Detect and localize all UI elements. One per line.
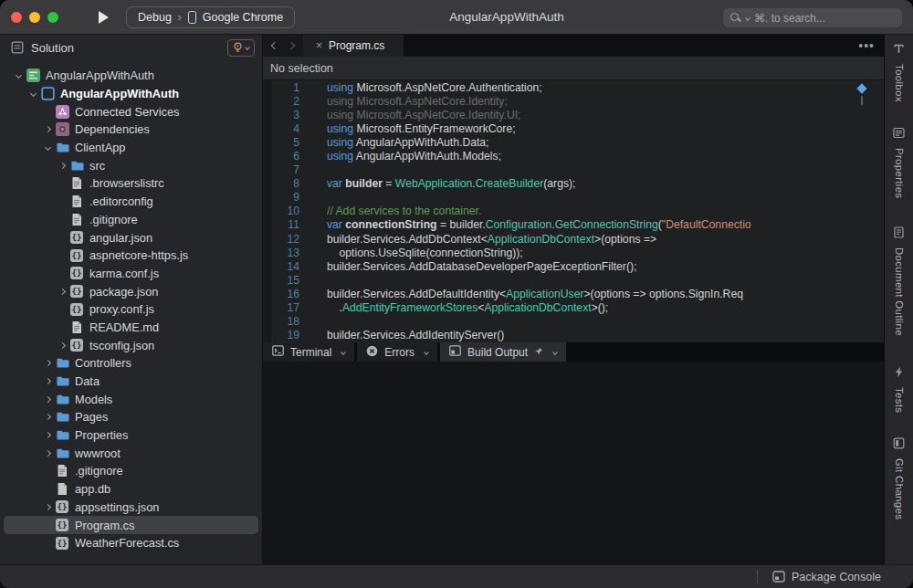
tree-item-models[interactable]: Models bbox=[4, 390, 258, 408]
expand-chevron-icon[interactable] bbox=[55, 163, 69, 168]
pin-icon[interactable] bbox=[534, 346, 543, 359]
tree-item-aspnetcore-https-js[interactable]: {}aspnetcore-https.js bbox=[4, 247, 258, 265]
tree-item--browserslistrc[interactable]: .browserslistrc bbox=[4, 174, 258, 193]
code-line[interactable]: 16builder.Services.AddDefaultIdentity<Ap… bbox=[263, 287, 884, 300]
tree-item-proxy-conf-js[interactable]: {}proxy.conf.js bbox=[4, 300, 258, 319]
code-line[interactable]: 9 bbox=[263, 191, 884, 205]
code-line[interactable]: 7 bbox=[263, 163, 884, 177]
tab-program-cs[interactable]: × Program.cs bbox=[303, 35, 404, 57]
tree-item-src[interactable]: src bbox=[4, 156, 258, 174]
quick-fix-lightbulb-button[interactable] bbox=[227, 39, 255, 57]
expand-chevron-icon[interactable] bbox=[40, 397, 55, 402]
expand-chevron-icon[interactable] bbox=[40, 379, 55, 383]
expand-chevron-icon[interactable] bbox=[40, 505, 55, 509]
tree-item-appsettings-json[interactable]: {}appsettings.json bbox=[4, 499, 258, 517]
code-line[interactable]: 8var builder = WebApplication.CreateBuil… bbox=[263, 177, 884, 191]
chevron-right-icon bbox=[44, 396, 50, 403]
tree-item-angularappwithauth[interactable]: AngularAppWithAuth bbox=[4, 67, 258, 85]
navigate-back-icon[interactable] bbox=[271, 42, 278, 49]
expand-chevron-icon[interactable] bbox=[26, 91, 40, 96]
expand-chevron-icon[interactable] bbox=[40, 361, 55, 365]
code-line[interactable]: 19builder.Services.AddIdentityServer() bbox=[263, 329, 884, 342]
package-console-button[interactable]: Package Console bbox=[772, 571, 881, 583]
tree-item-program-cs[interactable]: {}Program.cs bbox=[4, 516, 258, 534]
code-line[interactable]: 17 .AddEntityFrameworkStores<Application… bbox=[263, 301, 884, 315]
tree-item-weatherforecast-cs[interactable]: {}WeatherForecast.cs bbox=[4, 534, 258, 552]
code-line[interactable]: 6using AngularAppWithAuth.Models; bbox=[263, 149, 884, 163]
panel-tab-errors[interactable]: Errors bbox=[357, 342, 437, 362]
build-output-panel[interactable] bbox=[263, 362, 884, 564]
code-token: ApplicationDbContext bbox=[484, 301, 591, 314]
tab-overflow-menu[interactable]: ••• bbox=[858, 35, 875, 57]
rail-item-document-outline[interactable]: Document Outline bbox=[893, 226, 905, 336]
code-line[interactable]: 2using Microsoft.AspNetCore.Identity; bbox=[263, 94, 884, 108]
panel-tab-build-output[interactable]: Build Output bbox=[440, 342, 566, 362]
tree-item-connected-services[interactable]: Connected Services bbox=[4, 102, 258, 121]
tree-item-dependencies[interactable]: Dependencies bbox=[4, 121, 258, 139]
rail-item-properties[interactable]: Properties bbox=[893, 126, 905, 198]
tree-item--editorconfig[interactable]: .editorconfig bbox=[4, 193, 258, 211]
tree-item-controllers[interactable]: Controllers bbox=[4, 354, 258, 373]
minimize-window-button[interactable] bbox=[29, 12, 40, 23]
code-line[interactable]: 18 bbox=[263, 315, 884, 329]
tree-item-clientapp[interactable]: ClientApp bbox=[4, 139, 258, 157]
panel-tab-terminal[interactable]: Terminal bbox=[263, 342, 354, 362]
run-configuration-selector[interactable]: Debug › Google Chrome bbox=[126, 6, 295, 28]
expand-chevron-icon[interactable] bbox=[40, 433, 55, 437]
tree-item-app-db[interactable]: app.db bbox=[4, 480, 258, 499]
code-token: builder.Services.AddDefaultIdentity< bbox=[327, 288, 506, 300]
tree-item-package-json[interactable]: {}package.json bbox=[4, 282, 258, 300]
tree-item-angular-json[interactable]: {}angular.json bbox=[4, 228, 258, 247]
toolbox-icon bbox=[893, 42, 905, 58]
rail-item-label: Tests bbox=[894, 387, 905, 413]
rail-item-git-changes[interactable]: Git Changes bbox=[893, 436, 905, 520]
close-tab-icon[interactable]: × bbox=[316, 39, 322, 52]
rail-item-toolbox[interactable]: Toolbox bbox=[893, 42, 905, 102]
code-line[interactable]: 14builder.Services.AddDatabaseDeveloperP… bbox=[263, 259, 884, 273]
tree-item-tsconfig-json[interactable]: {}tsconfig.json bbox=[4, 336, 258, 354]
tree-item-angularappwithauth[interactable]: AngularAppWithAuth bbox=[4, 85, 258, 103]
code-line[interactable]: 11var connectionString = builder.Configu… bbox=[263, 218, 884, 232]
code-token: builder.Services.AddDbContext< bbox=[327, 233, 488, 246]
expand-chevron-icon[interactable] bbox=[55, 343, 69, 348]
zoom-window-button[interactable] bbox=[47, 12, 58, 23]
braces-icon: {} bbox=[69, 302, 84, 317]
tree-item-readme-md[interactable]: README.md bbox=[4, 319, 258, 337]
expand-chevron-icon[interactable] bbox=[55, 289, 69, 294]
run-button[interactable] bbox=[93, 7, 113, 27]
close-window-button[interactable] bbox=[11, 12, 22, 23]
code-line[interactable]: 13 options.UseSqlite(connectionString)); bbox=[263, 246, 884, 259]
search-input[interactable]: ⌘. to search... bbox=[723, 8, 902, 27]
navigate-forward-icon[interactable] bbox=[288, 42, 295, 49]
tab-title: Program.cs bbox=[329, 39, 384, 52]
chevron-down-icon[interactable] bbox=[552, 350, 558, 355]
code-line[interactable]: 5using AngularAppWithAuth.Data; bbox=[263, 135, 884, 149]
tree-item-karma-conf-js[interactable]: {}karma.conf.js bbox=[4, 265, 258, 283]
code-line[interactable]: 3using Microsoft.AspNetCore.Identity.UI; bbox=[263, 108, 884, 121]
code-line[interactable]: 4using Microsoft.EntityFrameworkCore; bbox=[263, 121, 884, 135]
tree-item-properties[interactable]: Properties bbox=[4, 426, 258, 445]
expand-chevron-icon[interactable] bbox=[40, 127, 55, 131]
tree-item-data[interactable]: Data bbox=[4, 373, 258, 391]
expand-chevron-icon[interactable] bbox=[40, 451, 55, 456]
tree-item-wwwroot[interactable]: wwwroot bbox=[4, 444, 258, 462]
code-line[interactable]: 12builder.Services.AddDbContext<Applicat… bbox=[263, 232, 884, 246]
expand-chevron-icon[interactable] bbox=[40, 145, 55, 150]
chevron-down-icon[interactable] bbox=[424, 350, 429, 355]
code-editor[interactable]: 1using Microsoft.AspNetCore.Authenticati… bbox=[263, 80, 884, 342]
tree-item--gitignore[interactable]: .gitignore bbox=[4, 211, 258, 229]
solution-panel: Solution AngularAppWithAuthAngularAppWit… bbox=[0, 35, 263, 564]
tree-item--gitignore[interactable]: .gitignore bbox=[4, 462, 258, 480]
line-number: 14 bbox=[263, 260, 299, 273]
tree-item-pages[interactable]: Pages bbox=[4, 408, 258, 426]
code-line[interactable]: 15 bbox=[263, 273, 884, 287]
tab-navigation bbox=[263, 35, 303, 57]
code-token: // Add services to the container. bbox=[327, 205, 481, 217]
code-line[interactable]: 1using Microsoft.AspNetCore.Authenticati… bbox=[263, 80, 884, 94]
rail-item-tests[interactable]: Tests bbox=[894, 365, 905, 413]
chevron-down-icon[interactable] bbox=[341, 350, 347, 355]
expand-chevron-icon[interactable] bbox=[11, 73, 26, 78]
code-line[interactable]: 10// Add services to the container. bbox=[263, 205, 884, 218]
expand-chevron-icon[interactable] bbox=[40, 415, 55, 419]
tree-item-label: appsettings.json bbox=[75, 500, 159, 514]
